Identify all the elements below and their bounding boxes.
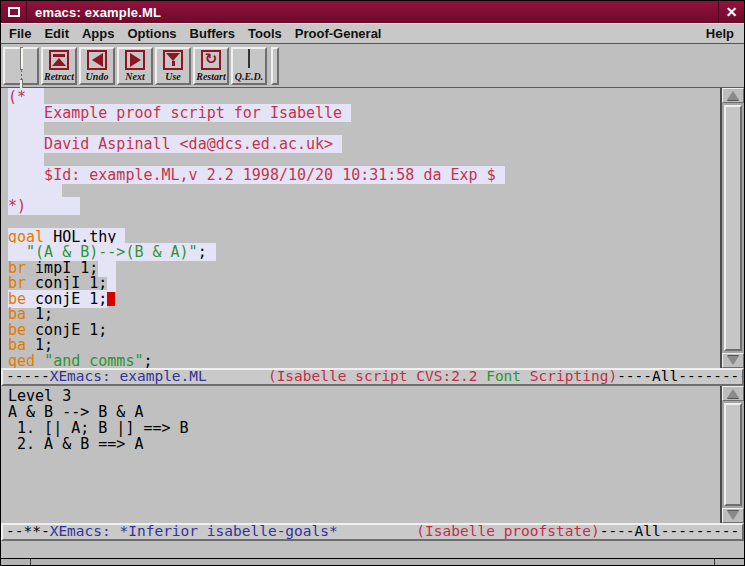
toolbar-button-use[interactable]: Use [155, 47, 191, 85]
toolbar-button-goal[interactable]: Goal [3, 47, 39, 85]
code-segment: "and_comms" [44, 352, 143, 369]
code-segment: Example proof script for Isabelle [8, 104, 342, 122]
window-resize-bar[interactable] [1, 558, 744, 566]
code-segment: *) [8, 197, 26, 215]
menu-item-proof-general[interactable]: Proof-General [295, 26, 382, 41]
window-menu-button[interactable] [1, 1, 27, 23]
titlebar[interactable]: emacs: example.ML ✕ [1, 1, 744, 23]
script-line: $Id: example.ML,v 2.2 1998/10/20 10:31:5… [8, 168, 720, 184]
modeline-segment: ----- [6, 368, 50, 384]
modeline-segment: XEmacs: example.ML [50, 368, 207, 384]
down-triangle-icon [727, 511, 739, 520]
menu-item-file[interactable]: File [9, 26, 31, 41]
toolbar-button-label: Undo [86, 72, 109, 82]
scrollbar-trough[interactable] [722, 103, 744, 353]
resize-handle-right[interactable] [714, 559, 744, 566]
use-icon [163, 50, 183, 70]
goals-line: 1. [| A; B |] ==> B [8, 420, 720, 436]
xemacs-window: emacs: example.ML ✕ FileEditAppsOptionsB… [0, 0, 745, 566]
modeline-segment [338, 523, 417, 539]
code-segment [333, 135, 342, 153]
window-title: emacs: example.ML [27, 1, 718, 23]
undo-icon [87, 50, 107, 70]
resize-handle-left[interactable] [1, 559, 31, 566]
modeline-segment: Scripting) [530, 368, 617, 384]
next-icon [125, 50, 145, 70]
toolbar-button-label: Retract [44, 72, 74, 82]
modeline-segment [521, 368, 530, 384]
goals-line: 2. A & B ==> A [8, 436, 720, 452]
goals-line: A & B --> B & A [8, 404, 720, 420]
retract-icon [49, 50, 69, 70]
up-triangle-icon [727, 389, 739, 398]
menu-item-edit[interactable]: Edit [44, 26, 69, 41]
goals-window: Level 3A & B --> B & A 1. [| A; B |] ==>… [1, 386, 744, 523]
modeline-segment: ----All-------- [617, 368, 744, 384]
script-line: br conjI 1; [8, 276, 720, 292]
menu-item-options[interactable]: Options [127, 26, 176, 41]
toolbar-button-qed[interactable]: Q.E.D. [231, 47, 267, 85]
code-segment: qed [8, 352, 35, 369]
scrollbar-trough[interactable] [722, 401, 744, 508]
menubar: FileEditAppsOptionsBuffersToolsProof-Gen… [1, 23, 744, 44]
script-scrollbar[interactable] [720, 88, 744, 368]
toolbar-buttons: GoalRetractUndoNextUse↻RestartQ.E.D. [3, 47, 267, 85]
scrollbar-down-arrow[interactable] [722, 508, 744, 523]
menu-items: FileEditAppsOptionsBuffersToolsProof-Gen… [1, 26, 381, 41]
toolbar-button-restart[interactable]: ↻Restart [193, 47, 229, 85]
menu-item-apps[interactable]: Apps [82, 26, 115, 41]
modeline-goals[interactable]: --**-XEmacs: *Inferior isabelle-goals* (… [1, 523, 744, 541]
text-cursor [107, 292, 115, 306]
goals-buffer[interactable]: Level 3A & B --> B & A 1. [| A; B |] ==>… [1, 386, 720, 523]
modeline-segment: Font [486, 368, 521, 384]
toolbar-button-retract[interactable]: Retract [41, 47, 77, 85]
menu-item-help[interactable]: Help [706, 26, 744, 41]
modeline-segment [207, 368, 268, 384]
script-window: (* Example proof script for Isabelle Dav… [1, 88, 744, 368]
scrollbar-up-arrow[interactable] [722, 386, 744, 401]
toolbar-button-label: Q.E.D. [235, 72, 264, 82]
code-segment: ; [143, 352, 152, 369]
code-segment [207, 243, 216, 261]
minibuffer[interactable] [1, 541, 744, 558]
code-segment: David Aspinall <da@dcs.ed.ac.uk> [8, 135, 333, 153]
close-icon: ✕ [726, 4, 738, 20]
menu-item-tools[interactable]: Tools [248, 26, 282, 41]
script-line [8, 183, 720, 199]
code-segment: ; [198, 243, 207, 261]
code-segment [35, 352, 44, 369]
script-line: ba 1; [8, 307, 720, 323]
up-triangle-icon [727, 91, 739, 100]
down-triangle-icon [727, 356, 739, 365]
script-buffer[interactable]: (* Example proof script for Isabelle Dav… [1, 88, 720, 368]
modeline-segment: XEmacs: *Inferior isabelle-goals* [50, 523, 338, 539]
script-line: be conjE 1; [8, 323, 720, 339]
toolbar-button-label: Next [125, 72, 144, 82]
goals-scrollbar[interactable] [720, 386, 744, 523]
script-line: Example proof script for Isabelle [8, 106, 720, 122]
qed-image-icon [248, 50, 250, 68]
modeline-segment: (Isabelle proofstate) [416, 523, 599, 539]
code-segment: $Id: example.ML,v 2.2 1998/10/20 10:31:5… [8, 166, 496, 184]
code-segment [26, 197, 80, 215]
toolbar-button-undo[interactable]: Undo [79, 47, 115, 85]
restart-icon: ↻ [201, 50, 221, 70]
modeline-segment: ----All--------- [600, 523, 740, 539]
toolbar-button-label: Restart [196, 72, 225, 82]
scrollbar-down-arrow[interactable] [722, 353, 744, 368]
modeline-segment: (Isabelle script CVS:2.2 [268, 368, 486, 384]
menu-item-buffers[interactable]: Buffers [190, 26, 236, 41]
script-line: David Aspinall <da@dcs.ed.ac.uk> [8, 137, 720, 153]
toolbar-divider[interactable] [271, 47, 279, 85]
code-segment [342, 104, 351, 122]
toolbar-button-label: Use [165, 72, 181, 82]
toolbar-button-next[interactable]: Next [117, 47, 153, 85]
scrollbar-up-arrow[interactable] [722, 88, 744, 103]
script-line: qed "and_comms"; [8, 354, 720, 369]
modeline-script[interactable]: -----XEmacs: example.ML (Isabelle script… [1, 368, 744, 386]
close-button[interactable]: ✕ [718, 1, 744, 23]
scrollbar-thumb[interactable] [724, 403, 742, 506]
modeline-segment: --**- [6, 523, 50, 539]
script-line: *) [8, 199, 720, 215]
scrollbar-thumb[interactable] [724, 105, 742, 351]
